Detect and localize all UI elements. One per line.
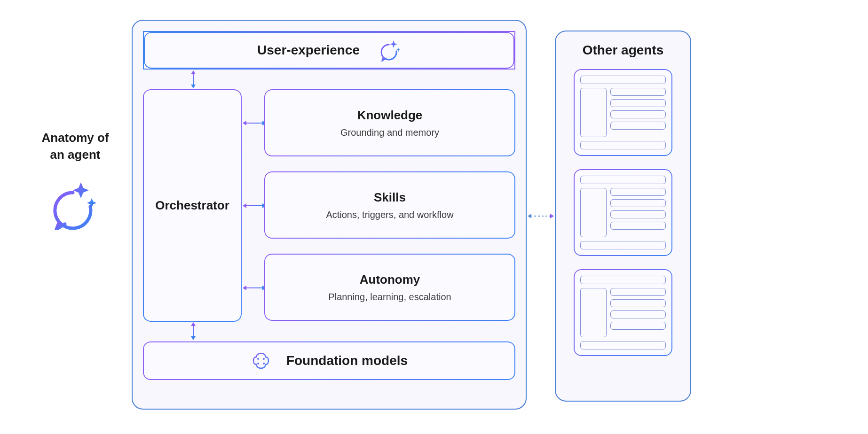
agent-card-placeholder <box>580 88 607 137</box>
middle-row: Orchestrator Knowledge Grounding and mem… <box>143 89 515 322</box>
agent-card-placeholder <box>610 222 666 230</box>
agent-card-right <box>610 188 666 237</box>
agent-card-placeholder <box>580 176 666 184</box>
agent-card-placeholder <box>610 99 666 107</box>
svg-point-1 <box>257 358 259 360</box>
orchestrator-skills-arrow <box>245 205 263 206</box>
foundation-models-label: Foundation models <box>286 353 408 368</box>
agent-card-placeholder <box>580 76 666 84</box>
agent-card-placeholder <box>610 199 666 207</box>
skills-box: Skills Actions, triggers, and workflow <box>264 171 515 239</box>
skills-subtitle: Actions, triggers, and workflow <box>326 209 453 220</box>
orchestrator-box: Orchestrator <box>143 89 242 322</box>
agent-card-placeholder <box>580 188 607 237</box>
agent-card-placeholder <box>610 110 666 118</box>
sparkle-chat-icon <box>47 178 99 230</box>
agent-card-placeholder <box>580 341 666 349</box>
agent-card-body <box>580 88 666 137</box>
agent-card-placeholder <box>580 141 666 149</box>
agent-card-3 <box>574 269 672 356</box>
brain-icon <box>251 350 271 371</box>
svg-point-4 <box>263 363 265 364</box>
foundation-models-box: Foundation models <box>143 341 515 380</box>
autonomy-box: Autonomy Planning, learning, escalation <box>264 254 515 321</box>
svg-point-2 <box>263 358 265 360</box>
agent-card-body <box>580 188 666 237</box>
agent-card-placeholder <box>610 299 666 307</box>
agent-card-placeholder <box>610 210 666 218</box>
title-line-1: Anatomy of <box>42 131 109 145</box>
orchestrator-foundation-arrow <box>193 325 194 337</box>
agent-card-right <box>610 88 666 137</box>
agent-anatomy-container: User-experience Orchestrator <box>132 20 527 410</box>
other-agents-title: Other agents <box>583 43 664 58</box>
agent-card-placeholder <box>580 276 666 284</box>
svg-point-3 <box>257 363 259 364</box>
knowledge-box: Knowledge Grounding and memory <box>264 89 515 156</box>
agent-card-placeholder <box>610 322 666 330</box>
agent-card-body <box>580 288 666 337</box>
other-agents-container: Other agents <box>555 31 691 402</box>
orchestrator-label: Orchestrator <box>155 198 229 213</box>
skills-title: Skills <box>374 190 406 205</box>
knowledge-title: Knowledge <box>357 108 423 123</box>
title-line-2: an agent <box>50 147 101 162</box>
user-experience-box: User-experience <box>143 31 515 70</box>
orchestrator-autonomy-arrow <box>245 287 263 288</box>
diagram-title: Anatomy of an agent <box>28 129 122 163</box>
agent-card-placeholder <box>610 122 666 130</box>
agent-card-placeholder <box>610 288 666 296</box>
agent-card-placeholder <box>580 288 607 337</box>
agent-card-placeholder <box>580 241 666 249</box>
autonomy-title: Autonomy <box>360 272 420 287</box>
ux-orchestrator-arrow <box>193 73 194 85</box>
user-experience-label: User-experience <box>257 43 360 58</box>
capabilities-column: Knowledge Grounding and memory Skills Ac… <box>264 89 515 322</box>
agent-card-right <box>610 288 666 337</box>
autonomy-subtitle: Planning, learning, escalation <box>328 292 451 302</box>
agent-card-2 <box>574 169 672 256</box>
agent-card-1 <box>574 69 672 156</box>
agent-card-placeholder <box>610 88 666 96</box>
agent-card-placeholder <box>610 310 666 318</box>
knowledge-subtitle: Grounding and memory <box>340 127 439 138</box>
main-other-agents-arrow <box>530 216 551 217</box>
orchestrator-knowledge-arrow <box>245 123 263 124</box>
chat-sparkle-icon <box>379 39 401 62</box>
agent-card-placeholder <box>610 188 666 196</box>
